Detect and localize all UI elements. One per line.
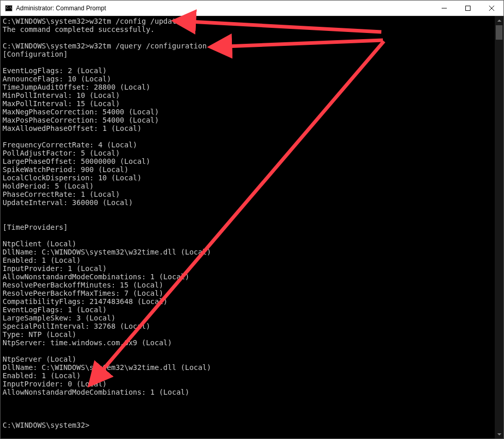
svg-marker-4 <box>497 20 501 22</box>
scrollbar-thumb[interactable] <box>496 25 502 40</box>
scrollbar-up-arrow[interactable] <box>495 16 503 25</box>
minimize-button[interactable] <box>432 1 456 15</box>
svg-rect-1 <box>466 6 471 10</box>
terminal-output: C:\WINDOWS\system32>w32tm /config /updat… <box>1 16 495 438</box>
cmd-icon <box>5 4 13 12</box>
window-controls <box>432 1 503 15</box>
titlebar[interactable]: Administrator: Command Prompt <box>1 1 503 16</box>
vertical-scrollbar[interactable] <box>495 16 503 438</box>
window-title: Administrator: Command Prompt <box>16 5 432 12</box>
scrollbar-down-arrow[interactable] <box>495 430 503 438</box>
maximize-button[interactable] <box>456 1 480 15</box>
svg-marker-5 <box>497 433 501 435</box>
terminal-area[interactable]: C:\WINDOWS\system32>w32tm /config /updat… <box>1 16 503 438</box>
close-button[interactable] <box>480 1 503 15</box>
command-prompt-window: Administrator: Command Prompt C:\WINDOWS… <box>0 0 504 439</box>
